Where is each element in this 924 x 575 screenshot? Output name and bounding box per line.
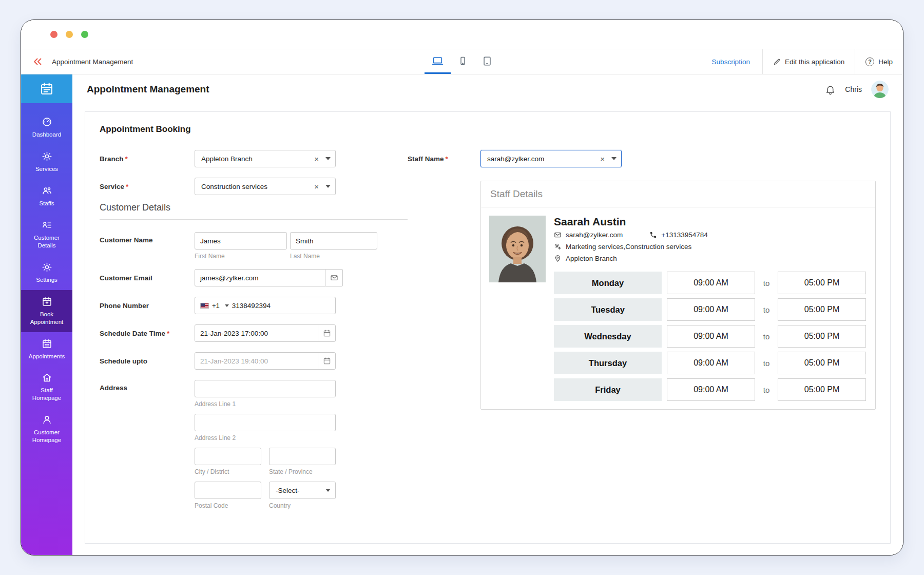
schedule-start-input[interactable]: 21-Jan-2023 17:00:00 (195, 324, 336, 342)
address-label: Address (100, 380, 195, 392)
schedule-upto-label: Schedule upto (100, 357, 195, 365)
schedule-end-time[interactable]: 05:00 PM (778, 272, 866, 294)
sidebar-item-customer-homepage[interactable]: Customer Homepage (21, 408, 72, 450)
clear-icon[interactable]: × (310, 155, 323, 163)
schedule-start-field-row: Schedule Date Time* 21-Jan-2023 17:00:00 (100, 324, 408, 342)
address-line1-helper: Address Line 1 (195, 400, 336, 408)
notifications-bell-icon[interactable] (825, 84, 836, 95)
staff-name-label: Staff Name* (408, 155, 480, 163)
schedule-upto-input[interactable]: 21-Jan-2023 19:40:00 (195, 352, 336, 370)
schedule-start-time[interactable]: 09:00 AM (667, 298, 755, 321)
chevron-down-icon (325, 157, 331, 160)
phone-label: Phone Number (100, 302, 195, 310)
phone-number-input[interactable] (232, 298, 330, 313)
schedule-start-time[interactable]: 09:00 AM (667, 378, 755, 401)
people-icon (42, 185, 52, 196)
service-select[interactable]: Construction services × (195, 178, 336, 195)
state-input[interactable] (269, 448, 336, 465)
branch-field-row: Branch* Appleton Branch × (100, 150, 408, 167)
sidebar-item-staff-homepage[interactable]: Staff Homepage (21, 366, 72, 408)
last-name-helper: Last Name (290, 253, 377, 260)
clear-icon[interactable]: × (595, 155, 609, 163)
country-select[interactable]: -Select- (269, 482, 336, 499)
edit-application-button[interactable]: Edit this application (762, 49, 855, 74)
staff-photo (489, 216, 546, 282)
email-envelope-button[interactable] (325, 269, 343, 286)
calendar-icon[interactable] (318, 353, 335, 369)
form-left-column: Branch* Appleton Branch × (100, 150, 408, 509)
sidebar-item-customer-details[interactable]: Customer Details (21, 214, 72, 256)
schedule-end-time[interactable]: 05:00 PM (778, 378, 866, 401)
postal-country-row: Postal Code -Select- Country (195, 482, 336, 509)
top-toolbar: Appointment Management Subscription (21, 49, 903, 74)
customer-name-label: Customer Name (100, 232, 195, 244)
schedule-end-time[interactable]: 05:00 PM (778, 352, 866, 374)
home-icon (42, 372, 52, 383)
staff-name-select[interactable]: sarah@zylker.com × (480, 150, 622, 167)
chevron-down-icon[interactable] (225, 304, 229, 307)
staff-phone: +13133954784 (649, 231, 707, 239)
schedule-end-time[interactable]: 05:00 PM (778, 298, 866, 321)
subscription-link[interactable]: Subscription (700, 49, 762, 74)
desktop-view-toggle[interactable] (425, 49, 451, 74)
sidebar-item-label: Appointments (29, 353, 65, 360)
state-field: State / Province (269, 448, 336, 475)
customer-email-input[interactable] (195, 269, 325, 286)
sidebar-item-label: Book Appointment (26, 311, 67, 326)
dashboard-icon (42, 117, 52, 127)
form-right-column: Staff Name* sarah@zylker.com × S (408, 150, 876, 410)
first-name-input[interactable] (195, 232, 287, 250)
sidebar-item-label: Staffs (39, 200, 54, 207)
gear-icon (42, 151, 52, 162)
chevron-down-icon (325, 185, 331, 188)
clear-icon[interactable]: × (310, 183, 323, 190)
help-button[interactable]: ? Help (855, 49, 903, 74)
schedule-to-label: to (755, 279, 778, 288)
user-avatar[interactable] (871, 81, 889, 98)
phone-input-group[interactable]: +1 (195, 297, 336, 314)
staff-branch-text: Appleton Branch (566, 255, 617, 262)
schedule-start-time[interactable]: 09:00 AM (667, 352, 755, 374)
postal-code-input[interactable] (195, 482, 261, 499)
branch-select[interactable]: Appleton Branch × (195, 150, 336, 167)
app-logo[interactable] (21, 74, 72, 103)
schedule-to-label: to (755, 332, 778, 341)
address-line2-input[interactable] (195, 414, 336, 431)
minimize-window-button[interactable] (66, 31, 73, 38)
staff-phone-text: +13133954784 (661, 231, 707, 239)
schedule-start-time[interactable]: 09:00 AM (667, 325, 755, 348)
sidebar-item-services[interactable]: Services (21, 145, 72, 179)
staff-schedule-table: Monday 09:00 AM to 05:00 PM Tuesday (554, 272, 867, 401)
postal-helper: Postal Code (195, 502, 261, 509)
toolbar-left: Appointment Management (21, 49, 133, 74)
page-title: Appointment Management (87, 84, 209, 95)
customer-name-fields: First Name Last Name (195, 232, 377, 260)
sidebar-item-staffs[interactable]: Staffs (21, 179, 72, 214)
window-titlebar (21, 20, 903, 49)
tablet-view-toggle[interactable] (475, 49, 499, 74)
country-select-value: -Select- (276, 487, 323, 494)
city-input[interactable] (195, 448, 261, 465)
sidebar-item-appointments[interactable]: Appointments (21, 332, 72, 367)
sidebar-item-dashboard[interactable]: Dashboard (21, 110, 72, 145)
calendar-icon[interactable] (318, 325, 335, 341)
staff-name: Saarah Austin (554, 216, 867, 228)
schedule-upto-field-row: Schedule upto 21-Jan-2023 19:40:00 (100, 352, 408, 370)
schedule-start-label-text: Schedule Date Time (100, 330, 165, 337)
close-window-button[interactable] (50, 31, 57, 38)
schedule-start-time[interactable]: 09:00 AM (667, 272, 755, 294)
schedule-day: Friday (554, 378, 662, 401)
back-button[interactable] (29, 53, 46, 70)
customer-details-section-title: Customer Details (100, 202, 408, 220)
schedule-to-label: to (755, 359, 778, 368)
schedule-end-time[interactable]: 05:00 PM (778, 325, 866, 348)
address-line1-input[interactable] (195, 380, 336, 397)
sidebar-item-settings[interactable]: Settings (21, 256, 72, 290)
sidebar-item-label: Customer Details (26, 234, 67, 250)
zoom-window-button[interactable] (81, 31, 88, 38)
last-name-input[interactable] (290, 232, 377, 250)
mobile-view-toggle[interactable] (451, 49, 475, 74)
schedule-row-tuesday: Tuesday 09:00 AM to 05:00 PM (554, 298, 867, 321)
schedule-to-label: to (755, 386, 778, 394)
sidebar-item-book-appointment[interactable]: Book Appointment (21, 290, 72, 332)
